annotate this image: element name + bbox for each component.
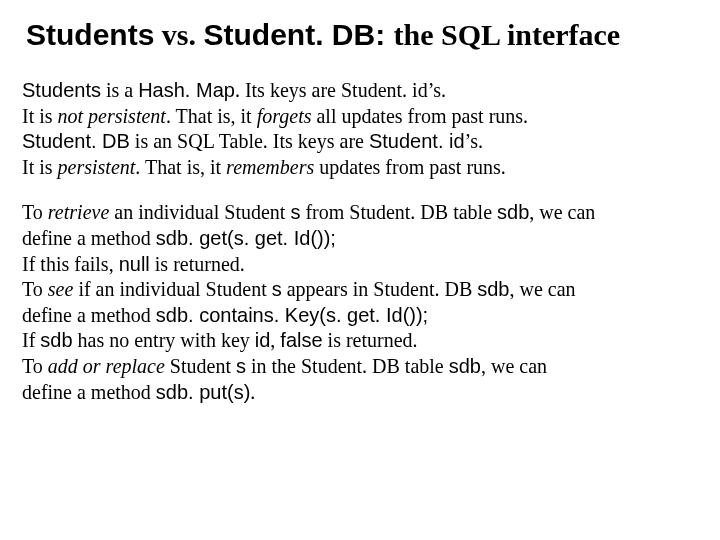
l2-not-persistent: not persistent xyxy=(58,105,166,127)
l10-sdb: sdb xyxy=(40,329,72,351)
l12-code: sdb. put(s) xyxy=(156,381,250,403)
l5-student: an individual Student xyxy=(109,201,290,223)
l1-rest: . Its keys are Student. id’s. xyxy=(235,79,446,101)
l8-student: if an individual Student xyxy=(73,278,271,300)
l10-comma: , xyxy=(270,329,280,351)
l11-student: Student xyxy=(165,355,236,377)
l5-retrieve: retrieve xyxy=(48,201,109,223)
l10-id: id xyxy=(255,329,271,351)
l3-is-an: is an SQL Table. Its keys are xyxy=(130,130,369,152)
l2-it-is: It is xyxy=(22,105,58,127)
l5-wecan: , we can xyxy=(529,201,595,223)
line-5: To retrieve an individual Student s from… xyxy=(22,200,702,226)
l10-noentry: has no entry with key xyxy=(73,329,255,351)
l2-forgets: forgets xyxy=(257,105,312,127)
l11-sdb: sdb xyxy=(449,355,481,377)
l8-s: s xyxy=(272,278,282,300)
line-7: If this fails, null is returned. xyxy=(22,252,702,278)
l8-wecan: , we can xyxy=(509,278,575,300)
l11-add: add or replace xyxy=(48,355,165,377)
line-6: define a method sdb. get(s. get. Id()); xyxy=(22,226,702,252)
line-9: define a method sdb. contains. Key(s. ge… xyxy=(22,303,702,329)
l8-to: To xyxy=(22,278,48,300)
line-10: If sdb has no entry with key id, false i… xyxy=(22,328,702,354)
slide: Students vs. Student. DB: the SQL interf… xyxy=(0,0,720,540)
line-8: To see if an individual Student s appear… xyxy=(22,277,702,303)
l7-ret: is returned. xyxy=(150,253,245,275)
l3-studentid: Student. id xyxy=(369,130,465,152)
l12-dot: . xyxy=(250,381,255,403)
title-part-3: Student. DB: xyxy=(204,18,394,51)
l9-code: sdb. contains. Key(s. get. Id()); xyxy=(156,304,428,326)
l5-to: To xyxy=(22,201,48,223)
l9-define: define a method xyxy=(22,304,156,326)
slide-body: Students is a Hash. Map. Its keys are St… xyxy=(22,78,702,405)
l11-in: in the Student. DB table xyxy=(246,355,449,377)
l1-is-a: is a xyxy=(101,79,138,101)
l11-s: s xyxy=(236,355,246,377)
l4-that-is: . That is, it xyxy=(135,156,226,178)
l6-define: define a method xyxy=(22,227,156,249)
l5-s: s xyxy=(290,201,300,223)
l7-null: null xyxy=(119,253,150,275)
title-part-2: vs. xyxy=(154,18,203,51)
line-4: It is persistent. That is, it remembers … xyxy=(22,155,702,181)
l8-appears: appears in Student. DB xyxy=(282,278,478,300)
l10-ret: is returned. xyxy=(323,329,418,351)
title-part-1: Students xyxy=(26,18,154,51)
l8-see: see xyxy=(48,278,74,300)
slide-title: Students vs. Student. DB: the SQL interf… xyxy=(26,18,702,52)
l6-code: sdb. get(s. get. Id()); xyxy=(156,227,336,249)
line-11: To add or replace Student s in the Stude… xyxy=(22,354,702,380)
l7-if: If this fails, xyxy=(22,253,119,275)
l4-persistent: persistent xyxy=(58,156,136,178)
l12-define: define a method xyxy=(22,381,156,403)
l3-studentdb: Student. DB xyxy=(22,130,130,152)
l10-false: false xyxy=(280,329,322,351)
paragraph-gap xyxy=(22,180,702,200)
l2-that-is: . That is, it xyxy=(166,105,257,127)
l11-wecan: , we can xyxy=(481,355,547,377)
l5-from: from Student. DB table xyxy=(300,201,497,223)
line-1: Students is a Hash. Map. Its keys are St… xyxy=(22,78,702,104)
title-part-4: the SQL interface xyxy=(394,18,621,51)
l1-students: Students xyxy=(22,79,101,101)
l4-remembers: remembers xyxy=(226,156,314,178)
l4-it-is: It is xyxy=(22,156,58,178)
l5-sdb: sdb xyxy=(497,201,529,223)
l1-hashmap: Hash. Map xyxy=(138,79,235,101)
l3-s: ’s. xyxy=(465,130,483,152)
line-12: define a method sdb. put(s). xyxy=(22,380,702,406)
l2-rest: all updates from past runs. xyxy=(311,105,528,127)
line-3: Student. DB is an SQL Table. Its keys ar… xyxy=(22,129,702,155)
l10-if: If xyxy=(22,329,40,351)
line-2: It is not persistent. That is, it forget… xyxy=(22,104,702,130)
l4-rest: updates from past runs. xyxy=(314,156,506,178)
l8-sdb: sdb xyxy=(477,278,509,300)
l11-to: To xyxy=(22,355,48,377)
